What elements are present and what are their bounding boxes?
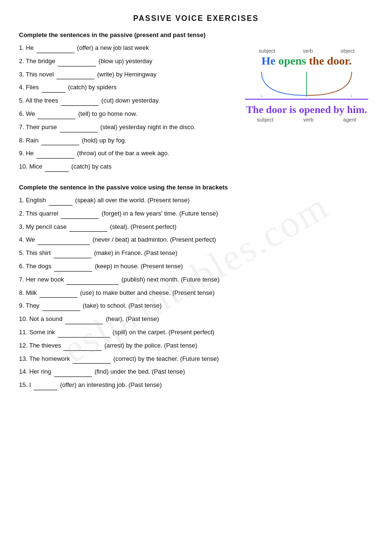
item-pre-text: 4. We: [19, 236, 37, 243]
list-item: 10. Mice (catch) by cats: [19, 162, 231, 172]
diagram-top-object: the door.: [309, 55, 352, 67]
item-post-text: (catch) by cats: [70, 163, 112, 170]
item-post-text: (forget) in a few years' time. (Future t…: [100, 210, 218, 217]
fill-blank[interactable]: [54, 370, 92, 377]
fill-blank[interactable]: [58, 331, 110, 338]
list-item: 3. My pencil case (steal). (Present perf…: [19, 222, 373, 232]
item-pre-text: 7. Their purse: [19, 123, 59, 131]
diagram-svg: [243, 69, 371, 98]
fill-blank[interactable]: [37, 238, 90, 245]
item-post-text: (catch) by spiders: [66, 84, 117, 91]
item-post-text: (make) in France. (Past tense): [93, 249, 177, 256]
list-item: 4. We (never / beat) at badminton. (Pres…: [19, 235, 373, 245]
section2-title: Complete the sentence in the passive voi…: [19, 184, 373, 191]
item-post-text: (hear). (Past tense): [104, 315, 159, 322]
list-item: 9. He (throw) out of the bar a week ago.: [19, 149, 231, 159]
list-item: 14. Her ring (find) under the bed. (Past…: [19, 367, 373, 377]
item-pre-text: 12. The thieves: [19, 342, 63, 349]
item-post-text: (steal) yesterday night in the disco.: [99, 123, 196, 131]
item-post-text: (cut) down yesterday.: [100, 97, 160, 104]
fill-blank[interactable]: [34, 384, 57, 390]
list-item: 11. Some ink (spill) on the carpet. (Pre…: [19, 328, 373, 338]
item-post-text: (speak) all over the world. (Present ten…: [74, 197, 190, 204]
item-post-text: (take) to school. (Past tense): [81, 302, 162, 309]
page-title: PASSIVE VOICE EXERCISES: [19, 14, 373, 23]
list-item: 7. Their purse (steal) yesterday night i…: [19, 122, 231, 132]
list-item: 13. The homework (correct) by the teache…: [19, 354, 373, 364]
item-post-text: (find) under the bed. (Past tense): [93, 368, 185, 375]
item-pre-text: 11. Some ink: [19, 329, 57, 336]
diagram-label-verb: verb: [303, 48, 313, 54]
item-pre-text: 6. The dogs: [19, 263, 53, 270]
fill-blank[interactable]: [39, 291, 77, 298]
fill-blank[interactable]: [61, 212, 99, 219]
item-pre-text: 15. I: [19, 381, 33, 388]
fill-blank[interactable]: [73, 357, 111, 364]
fill-blank[interactable]: [60, 126, 98, 132]
diagram-bottom-verb: verb: [303, 117, 313, 122]
fill-blank[interactable]: [61, 99, 99, 106]
list-item: 15. I (offer) an interesting job. (Past …: [19, 380, 373, 390]
fill-blank[interactable]: [37, 47, 75, 53]
fill-blank[interactable]: [56, 73, 94, 79]
diagram-top-subject: He: [261, 55, 275, 67]
diagram-bottom-sentence: The door is opened by him.: [240, 103, 373, 116]
list-item: 5. This shirt (make) in France. (Past te…: [19, 248, 373, 258]
item-pre-text: 5. All the trees: [19, 97, 60, 104]
fill-blank[interactable]: [69, 225, 107, 232]
fill-blank[interactable]: [58, 60, 96, 66]
fill-blank[interactable]: [42, 86, 65, 93]
item-post-text: (blow up) yesterday: [97, 57, 152, 65]
list-item: 9. They (take) to school. (Past tense): [19, 301, 373, 311]
item-pre-text: 5. This shirt: [19, 249, 53, 256]
fill-blank[interactable]: [65, 318, 103, 324]
section1-title: Complete the sentences in the passive (p…: [19, 31, 373, 38]
item-post-text: (spill) on the carpet. (Present perfect): [111, 329, 215, 336]
diagram-top-sentence: He opens the door.: [240, 55, 373, 67]
item-post-text: (offer) a new job last week: [75, 44, 149, 51]
section1-exercises: 1. He (offer) a new job last week2. The …: [19, 43, 231, 175]
diagram-bottom-agent: agent: [343, 117, 356, 122]
list-item: 6. The dogs (keep) in house. (Present te…: [19, 262, 373, 272]
diagram-bottom-labels: subject verb agent: [240, 117, 373, 122]
item-pre-text: 10. Not a sound: [19, 315, 64, 322]
item-pre-text: 3. This novel: [19, 71, 56, 78]
item-post-text: (correct) by the teacher. (Future tense): [112, 355, 219, 362]
list-item: 5. All the trees (cut) down yesterday.: [19, 96, 231, 106]
fill-blank[interactable]: [54, 265, 92, 272]
fill-blank[interactable]: [64, 344, 102, 351]
item-pre-text: 14. Her ring: [19, 368, 53, 375]
list-item: 7. Her new book (publish) next month. (F…: [19, 275, 373, 285]
diagram-top-labels: subject verb object: [240, 48, 373, 54]
item-pre-text: 8. Rain: [19, 137, 40, 144]
list-item: 1. English (speak) all over the world. (…: [19, 196, 373, 206]
item-pre-text: 2. This quarrel: [19, 210, 60, 217]
list-item: 3. This novel (write) by Hemingway: [19, 70, 231, 80]
item-post-text: (steal). (Present perfect): [108, 223, 177, 230]
item-pre-text: 10. Mice: [19, 163, 44, 170]
fill-blank[interactable]: [45, 165, 69, 172]
diagram: subject verb object He opens the door. T…: [240, 43, 373, 175]
item-pre-text: 2. The bridge: [19, 57, 57, 65]
item-pre-text: 1. English: [19, 197, 48, 204]
fill-blank[interactable]: [66, 278, 119, 285]
fill-blank[interactable]: [37, 113, 75, 119]
diagram-label-object: object: [341, 48, 355, 54]
fill-blank[interactable]: [42, 304, 80, 311]
diagram-label-subject: subject: [259, 48, 275, 54]
item-post-text: (use) to make butter and cheese. (Presen…: [78, 289, 215, 296]
item-post-text: (offer) an interesting job. (Past tense): [58, 381, 162, 388]
section2: Complete the sentence in the passive voi…: [19, 184, 373, 390]
fill-blank[interactable]: [54, 252, 92, 258]
item-pre-text: 1. He: [19, 44, 36, 51]
list-item: 12. The thieves (arrest) by the police. …: [19, 341, 373, 351]
item-post-text: (keep) in house. (Present tense): [93, 263, 183, 270]
top-section: 1. He (offer) a new job last week2. The …: [19, 43, 373, 175]
fill-blank[interactable]: [41, 139, 79, 145]
fill-blank[interactable]: [49, 199, 73, 206]
list-item: 4. Flies (catch) by spiders: [19, 83, 231, 93]
fill-blank[interactable]: [37, 152, 75, 159]
item-pre-text: 9. He: [19, 150, 36, 157]
list-item: 8. Milk (use) to make butter and cheese.…: [19, 288, 373, 298]
item-pre-text: 6. We: [19, 110, 37, 117]
